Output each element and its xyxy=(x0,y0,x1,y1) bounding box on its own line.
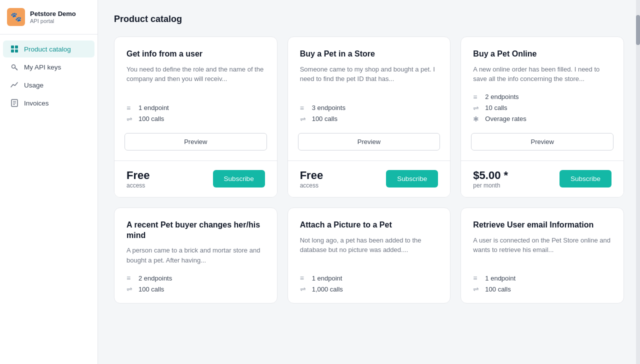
card-overage: Overage rates xyxy=(485,115,526,122)
sidebar-item-api-keys[interactable]: My API keys xyxy=(3,58,94,76)
card-title: A recent Pet buyer changes her/his mind xyxy=(126,220,265,241)
price-main: $5.00 * xyxy=(473,169,508,182)
brand-name: Petstore Demo xyxy=(30,10,76,18)
invoice-icon xyxy=(10,98,19,108)
price-main: Free xyxy=(300,169,323,182)
scrollbar-track xyxy=(636,0,640,364)
sidebar-item-label: Invoices xyxy=(24,100,49,107)
card-title: Buy a Pet in a Store xyxy=(300,49,438,60)
card-calls: 100 calls xyxy=(312,115,338,122)
price-main: Free xyxy=(126,169,150,182)
catalog-card-buy-pet-store: Buy a Pet in a Store Someone came to my … xyxy=(288,36,451,198)
card-title: Get info from a user xyxy=(126,49,265,60)
endpoints-icon: ≡ xyxy=(300,104,308,112)
card-description: A user is connected on the Pet Store onl… xyxy=(473,236,612,266)
card-endpoints: 3 endpoints xyxy=(312,104,346,112)
calls-icon: ⇌ xyxy=(473,285,481,293)
sidebar-item-usage[interactable]: Usage xyxy=(3,76,94,94)
card-endpoints: 2 endpoints xyxy=(485,93,518,100)
chart-icon xyxy=(10,80,19,90)
scrollbar-thumb[interactable] xyxy=(636,15,640,45)
brand-subtitle: API portal xyxy=(30,18,76,24)
avatar: 🐾 xyxy=(7,8,25,26)
subscribe-button[interactable]: Subscribe xyxy=(560,170,612,188)
card-calls: 100 calls xyxy=(138,286,164,293)
svg-rect-3 xyxy=(15,50,18,52)
endpoints-icon: ≡ xyxy=(473,274,481,282)
card-title: Buy a Pet Online xyxy=(473,49,612,60)
grid-icon xyxy=(10,44,19,54)
card-endpoints: 2 endpoints xyxy=(138,274,172,282)
sidebar-item-label: Usage xyxy=(24,82,44,89)
sidebar-item-label: My API keys xyxy=(24,64,61,71)
price-sub: access xyxy=(300,182,323,189)
card-endpoints: 1 endpoint xyxy=(312,274,342,282)
card-calls: 10 calls xyxy=(485,104,507,112)
sidebar: 🐾 Petstore Demo API portal Product catal… xyxy=(0,0,98,364)
card-description: Not long ago, a pet has been added to th… xyxy=(300,236,438,266)
subscribe-button[interactable]: Subscribe xyxy=(213,170,265,188)
calls-icon: ⇌ xyxy=(126,285,134,293)
endpoints-icon: ≡ xyxy=(126,274,134,282)
card-title: Attach a Picture to a Pet xyxy=(300,220,438,230)
subscribe-button[interactable]: Subscribe xyxy=(386,170,438,188)
catalog-card-get-info-user: Get info from a user You need to define … xyxy=(114,36,278,198)
preview-button[interactable]: Preview xyxy=(298,133,440,150)
endpoints-icon: ≡ xyxy=(300,274,308,282)
svg-rect-1 xyxy=(15,46,18,48)
sidebar-item-product-catalog[interactable]: Product catalog xyxy=(3,40,94,58)
preview-button[interactable]: Preview xyxy=(471,133,614,150)
calls-icon: ⇌ xyxy=(473,104,481,112)
card-description: A new online order has been filled. I ne… xyxy=(473,64,612,84)
card-endpoints: 1 endpoint xyxy=(138,104,169,112)
catalog-card-recent-buyer: A recent Pet buyer changes her/his mind … xyxy=(114,208,278,304)
card-endpoints: 1 endpoint xyxy=(485,274,516,282)
svg-rect-2 xyxy=(11,50,14,52)
calls-icon: ⇌ xyxy=(300,285,308,293)
preview-button[interactable]: Preview xyxy=(124,133,267,150)
key-icon xyxy=(10,62,19,72)
page-title: Product catalog xyxy=(114,14,624,24)
catalog-card-buy-pet-online: Buy a Pet Online A new online order has … xyxy=(460,36,624,198)
card-description: A person came to a brick and mortar stor… xyxy=(126,246,265,265)
calls-icon: ⇌ xyxy=(126,115,134,123)
card-calls: 1,000 calls xyxy=(312,286,343,293)
svg-rect-0 xyxy=(11,46,14,48)
sidebar-item-label: Product catalog xyxy=(24,46,71,53)
price-sub: per month xyxy=(473,182,508,189)
endpoints-icon: ≡ xyxy=(473,93,481,101)
sidebar-nav: Product catalog My API keys Usage xyxy=(0,34,98,118)
card-calls: 100 calls xyxy=(138,115,164,122)
sidebar-item-invoices[interactable]: Invoices xyxy=(3,94,94,112)
main-content: Product catalog Get info from a user You… xyxy=(98,0,640,364)
calls-icon: ⇌ xyxy=(300,115,308,123)
catalog-card-retrieve-email: Retrieve User email Information A user i… xyxy=(460,208,624,304)
sidebar-header: 🐾 Petstore Demo API portal xyxy=(0,0,98,34)
price-sub: access xyxy=(126,182,150,189)
card-title: Retrieve User email Information xyxy=(473,220,612,230)
overage-icon: ✱ xyxy=(473,115,481,123)
card-calls: 100 calls xyxy=(485,286,510,293)
card-description: You need to define the role and the name… xyxy=(126,64,265,95)
card-description: Someone came to my shop and bought a pet… xyxy=(300,64,438,95)
catalog-card-attach-picture: Attach a Picture to a Pet Not long ago, … xyxy=(288,208,451,304)
endpoints-icon: ≡ xyxy=(126,104,134,112)
catalog-grid: Get info from a user You need to define … xyxy=(114,36,624,304)
